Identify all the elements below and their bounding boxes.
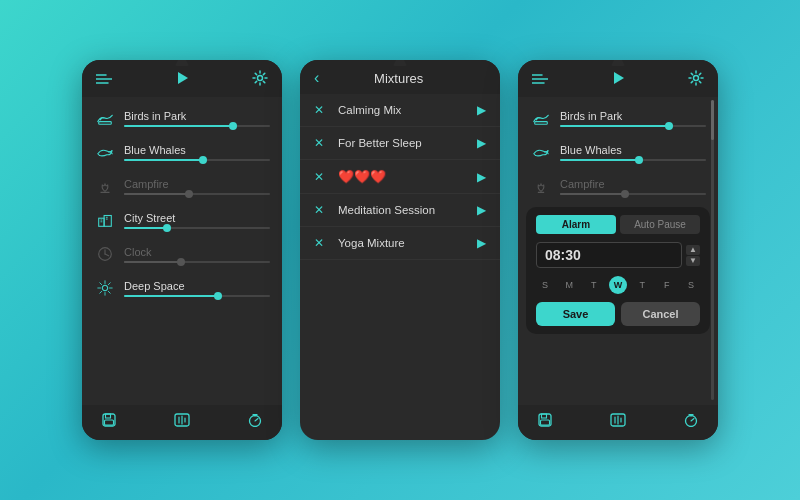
time-down-button[interactable]: ▼ <box>686 256 700 266</box>
menu-icon-3[interactable] <box>532 71 548 88</box>
alarm-cancel-button[interactable]: Cancel <box>621 302 700 326</box>
birds-icon-3 <box>530 107 552 129</box>
svg-marker-42 <box>614 72 624 84</box>
time-up-button[interactable]: ▲ <box>686 245 700 255</box>
panel-mixtures: ‹ Mixtures ✕ Calming Mix ▶ ✕ For Better … <box>300 60 500 440</box>
svg-point-4 <box>258 76 263 81</box>
hearts-mix-name: ❤️❤️❤️ <box>338 169 467 184</box>
svg-line-24 <box>100 283 102 285</box>
play-calming[interactable]: ▶ <box>477 103 486 117</box>
day-thu[interactable]: T <box>633 276 651 294</box>
sound-birds-name-3: Birds in Park <box>560 110 706 122</box>
sound-item-birds-3[interactable]: Birds in Park <box>518 101 718 135</box>
day-wed[interactable]: W <box>609 276 627 294</box>
sound-list-3: Birds in Park Blue Whales <box>518 97 718 405</box>
alarm-tabs: Alarm Auto Pause <box>536 215 700 234</box>
alarm-overlay: Alarm Auto Pause ▲ ▼ S M T W T F S Save <box>526 207 710 334</box>
sound-whales-content-3: Blue Whales <box>560 144 706 161</box>
sound-clock-name: Clock <box>124 246 270 258</box>
remove-hearts[interactable]: ✕ <box>314 170 328 184</box>
play-icon[interactable] <box>175 71 189 88</box>
sound-birds-slider-3[interactable] <box>560 125 706 127</box>
sound-item-clock[interactable]: Clock <box>82 237 282 271</box>
mixtures-title: Mixtures <box>327 71 470 86</box>
svg-point-19 <box>102 285 107 290</box>
svg-line-38 <box>255 419 258 422</box>
whale-icon-3 <box>530 141 552 163</box>
campfire-icon <box>94 175 116 197</box>
tab-alarm[interactable]: Alarm <box>536 215 616 234</box>
panel-alarm: Birds in Park Blue Whales <box>518 60 718 440</box>
bottom-bar-1 <box>82 405 282 440</box>
yoga-mix-name: Yoga Mixture <box>338 237 467 249</box>
sound-item-city[interactable]: City Street <box>82 203 282 237</box>
sound-whales-slider-3[interactable] <box>560 159 706 161</box>
day-fri[interactable]: F <box>658 276 676 294</box>
play-sleep[interactable]: ▶ <box>477 136 486 150</box>
sleep-mix-name: For Better Sleep <box>338 137 467 149</box>
sound-birds-slider[interactable] <box>124 125 270 127</box>
scroll-track <box>711 100 714 400</box>
play-yoga[interactable]: ▶ <box>477 236 486 250</box>
day-sat[interactable]: S <box>682 276 700 294</box>
play-meditation[interactable]: ▶ <box>477 203 486 217</box>
play-icon-3[interactable] <box>611 71 625 88</box>
top-bar-3 <box>518 60 718 97</box>
play-hearts[interactable]: ▶ <box>477 170 486 184</box>
mixture-item-calming[interactable]: ✕ Calming Mix ▶ <box>300 94 500 127</box>
timer-icon-3[interactable] <box>684 413 698 430</box>
sound-item-whales[interactable]: Blue Whales <box>82 135 282 169</box>
sound-whales-slider[interactable] <box>124 159 270 161</box>
timer-icon[interactable] <box>248 413 262 430</box>
meditation-mix-name: Meditation Session <box>338 204 467 216</box>
menu-icon[interactable] <box>96 71 112 88</box>
birds-icon <box>94 107 116 129</box>
calming-mix-name: Calming Mix <box>338 104 467 116</box>
sound-clock-slider[interactable] <box>124 261 270 263</box>
sound-space-content: Deep Space <box>124 280 270 297</box>
svg-line-27 <box>100 291 102 293</box>
mixtures-icon[interactable] <box>174 413 190 430</box>
settings-icon-3[interactable] <box>688 70 704 89</box>
remove-sleep[interactable]: ✕ <box>314 136 328 150</box>
sound-item-space[interactable]: Deep Space <box>82 271 282 305</box>
svg-rect-44 <box>535 122 548 125</box>
save-icon[interactable] <box>102 413 116 430</box>
sound-city-name: City Street <box>124 212 270 224</box>
scroll-thumb[interactable] <box>711 100 714 140</box>
sound-birds-name: Birds in Park <box>124 110 270 122</box>
sound-campfire-name-3: Campfire <box>560 178 706 190</box>
mixtures-icon-3[interactable] <box>610 413 626 430</box>
panel-1: Birds in Park Blue Whales <box>82 60 282 440</box>
save-icon-3[interactable] <box>538 413 552 430</box>
remove-yoga[interactable]: ✕ <box>314 236 328 250</box>
sound-campfire-slider-3[interactable] <box>560 193 706 195</box>
back-button[interactable]: ‹ <box>314 70 319 86</box>
mixture-item-hearts[interactable]: ✕ ❤️❤️❤️ ▶ <box>300 160 500 194</box>
sound-item-campfire[interactable]: Campfire <box>82 169 282 203</box>
svg-line-26 <box>108 283 110 285</box>
remove-meditation[interactable]: ✕ <box>314 203 328 217</box>
day-sun[interactable]: S <box>536 276 554 294</box>
sound-item-campfire-3[interactable]: Campfire <box>518 169 718 203</box>
sound-campfire-content: Campfire <box>124 178 270 195</box>
alarm-time-input[interactable] <box>536 242 682 268</box>
sound-city-slider[interactable] <box>124 227 270 229</box>
svg-line-25 <box>108 291 110 293</box>
day-tue[interactable]: T <box>585 276 603 294</box>
svg-rect-30 <box>105 420 114 425</box>
space-icon <box>94 277 116 299</box>
sound-item-whales-3[interactable]: Blue Whales <box>518 135 718 169</box>
mixture-item-meditation[interactable]: ✕ Meditation Session ▶ <box>300 194 500 227</box>
settings-icon[interactable] <box>252 70 268 89</box>
tab-auto-pause[interactable]: Auto Pause <box>620 215 700 234</box>
mixtures-header: ‹ Mixtures <box>300 60 500 94</box>
alarm-save-button[interactable]: Save <box>536 302 615 326</box>
sound-item-birds[interactable]: Birds in Park <box>82 101 282 135</box>
sound-campfire-slider[interactable] <box>124 193 270 195</box>
remove-calming[interactable]: ✕ <box>314 103 328 117</box>
day-mon[interactable]: M <box>560 276 578 294</box>
mixture-item-sleep[interactable]: ✕ For Better Sleep ▶ <box>300 127 500 160</box>
sound-space-slider[interactable] <box>124 295 270 297</box>
mixture-item-yoga[interactable]: ✕ Yoga Mixture ▶ <box>300 227 500 260</box>
